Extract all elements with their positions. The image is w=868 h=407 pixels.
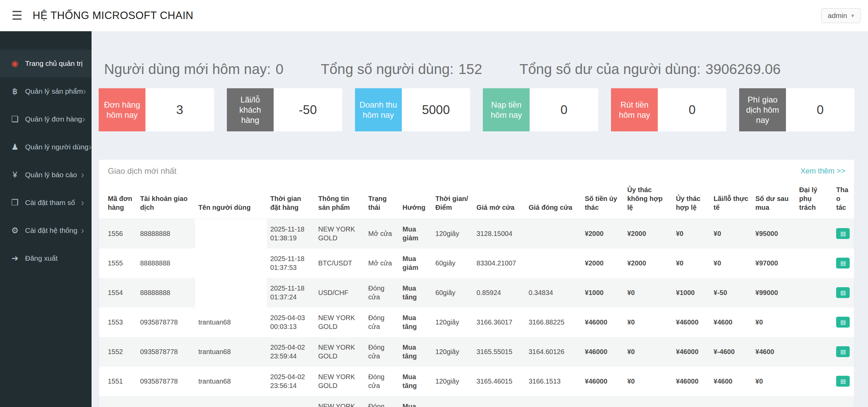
cell-product: NEW YORK GOLD <box>315 396 365 407</box>
cell-product: USD/CHF <box>315 278 365 308</box>
column-header: Tài khoản giao dịch <box>137 181 195 219</box>
cell-username <box>195 219 267 248</box>
column-header: Hướng <box>399 181 432 219</box>
sidebar-item-label: Cài đặt hệ thống <box>25 226 77 235</box>
table-header-row: Mã đơn hàngTài khoản giao dịchTên người … <box>99 181 854 219</box>
cell-time: 2025-04-03 00:03:13 <box>267 308 315 337</box>
sidebar-item-system[interactable]: ⚙Cài đặt hệ thống› <box>0 217 92 244</box>
sidebar-item-reports[interactable]: ¥Quản lý báo cáo› <box>0 161 92 189</box>
report-icon: ¥ <box>9 170 21 180</box>
sidebar-item-users[interactable]: ♟Quản lý người dùng› <box>0 133 92 161</box>
sidebar-item-parameters[interactable]: ❒Cài đặt tham số› <box>0 189 92 217</box>
column-header: Giá mở cửa <box>473 181 525 219</box>
view-order-button[interactable]: ▤ <box>836 317 850 328</box>
stat-card-value: 5000 <box>402 88 470 131</box>
cell-profit_loss: ¥0 <box>710 219 752 248</box>
cell-order_id: 1554 <box>99 278 137 308</box>
stat-card-value: 0 <box>658 88 726 131</box>
cell-account: 88888888 <box>137 278 195 308</box>
transactions-table: Mã đơn hàngTài khoản giao dịchTên người … <box>99 181 854 407</box>
sidebar: ◉Trang chủ quản trị฿Quản lý sản phẩm›❏Qu… <box>0 31 92 407</box>
dashboard-icon: ◉ <box>9 59 21 68</box>
sidebar-item-label: Quản lý đơn hàng <box>25 115 82 123</box>
sidebar-item-dashboard[interactable]: ◉Trang chủ quản trị <box>0 50 92 77</box>
cell-order_id <box>99 396 137 407</box>
cell-product: NEW YORK GOLD <box>315 337 365 367</box>
cell-balance_after: ¥95000 <box>752 219 796 248</box>
stat-card-label: Rút tiền hôm nay <box>611 88 658 131</box>
sidebar-item-label: Quản lý sản phẩm <box>25 87 83 95</box>
cell-time: 2025-04-02 23:59:44 <box>267 337 315 367</box>
cell-close_price: 3164.60126 <box>525 337 581 367</box>
cell-status: Đóng cửa <box>365 396 399 407</box>
orders-icon: ❏ <box>9 114 21 124</box>
cell-open_price: 3165.55015 <box>473 337 525 367</box>
sidebar-item-label: Quản lý người dùng <box>25 143 88 151</box>
top-header: ☰ HỆ THỐNG MICROSOFT CHAIN admin ▾ <box>0 0 868 31</box>
cell-entrusted_invalid: ¥0 <box>624 308 672 337</box>
cell-close_price <box>525 248 581 278</box>
cell-entrusted_invalid: ¥0 <box>624 278 672 308</box>
cell-time: 2025-11-18 01:38:19 <box>267 219 315 248</box>
user-menu[interactable]: admin ▾ <box>821 8 861 23</box>
sidebar-item-products[interactable]: ฿Quản lý sản phẩm› <box>0 77 92 105</box>
column-header: Lãi/lỗ thực tế <box>710 181 752 219</box>
cell-order_id: 1556 <box>99 219 137 248</box>
cell-open_price: 3166.36017 <box>473 308 525 337</box>
stat-card-label: Nạp tiền hôm nay <box>483 88 530 131</box>
product-icon: ฿ <box>9 87 21 96</box>
cell-status: Mở cửa <box>365 219 399 248</box>
cell-entrusted_valid: ¥1000 <box>672 278 710 308</box>
cell-order_id: 1555 <box>99 248 137 278</box>
sidebar-item-orders[interactable]: ❏Quản lý đơn hàng› <box>0 105 92 133</box>
sidebar-item-logout[interactable]: ➔Đăng xuất <box>0 244 92 272</box>
cell-duration: 120giây <box>432 367 473 396</box>
stat-card: Lãi/lỗ khách hàng-50 <box>227 88 342 131</box>
stat-card-label: Phí giao dịch hôm nay <box>739 88 786 131</box>
cell-actions: ▤ <box>833 278 854 308</box>
menu-toggle-icon[interactable]: ☰ <box>12 8 22 23</box>
column-header: Ủy thác không hợp lệ <box>624 181 672 219</box>
cell-entrusted: ¥46000 <box>581 308 624 337</box>
cell-direction: Mua tăng <box>399 337 432 367</box>
cell-entrusted_valid: ¥46000 <box>672 337 710 367</box>
stat-card-label: Đơn hàng hôm nay <box>99 88 145 131</box>
view-more-link[interactable]: Xem thêm >> <box>801 167 845 175</box>
column-header: Tên người dùng <box>195 181 267 219</box>
cell-profit_loss: ¥4600 <box>710 367 752 396</box>
cell-username: trantuan68 <box>195 308 267 337</box>
view-order-button[interactable]: ▤ <box>836 228 850 239</box>
cell-order_id: 1551 <box>99 367 137 396</box>
chevron-right-icon: › <box>83 87 86 96</box>
cell-time: 2025-11-18 01:37:53 <box>267 248 315 278</box>
view-order-button[interactable]: ▤ <box>836 287 850 298</box>
cell-agent <box>796 337 833 367</box>
cell-product: NEW YORK GOLD <box>315 219 365 248</box>
cell-profit_loss: ¥-4600 <box>710 337 752 367</box>
cell-status: Mở cửa <box>365 248 399 278</box>
stat-card: Phí giao dịch hôm nay0 <box>739 88 854 131</box>
cell-entrusted_valid <box>672 396 710 407</box>
view-order-button[interactable]: ▤ <box>836 258 850 269</box>
cell-profit_loss: ¥-50 <box>710 278 752 308</box>
sidebar-item-label: Quản lý báo cáo <box>25 171 77 179</box>
cell-duration: 120giây <box>432 337 473 367</box>
cell-duration: 60giây <box>432 278 473 308</box>
cell-entrusted_valid: ¥46000 <box>672 367 710 396</box>
view-order-button[interactable]: ▤ <box>836 346 850 357</box>
column-header: Số tiền ủy thác <box>581 181 624 219</box>
view-order-button[interactable]: ▤ <box>836 376 850 387</box>
cell-entrusted_valid: ¥46000 <box>672 308 710 337</box>
cell-entrusted <box>581 396 624 407</box>
cell-duration: 120giây <box>432 308 473 337</box>
cell-time: 2025-04-02 <box>267 396 315 407</box>
cell-balance_after: ¥0 <box>752 367 796 396</box>
cell-close_price <box>525 219 581 248</box>
parameter-icon: ❒ <box>9 198 21 207</box>
stat-card-label: Doanh thu hôm nay <box>355 88 402 131</box>
cell-actions: ▤ <box>833 337 854 367</box>
cell-account: 88888888 <box>137 248 195 278</box>
cell-profit_loss <box>710 396 752 407</box>
user-icon: ♟ <box>9 142 21 152</box>
cell-direction: Mua tăng <box>399 308 432 337</box>
